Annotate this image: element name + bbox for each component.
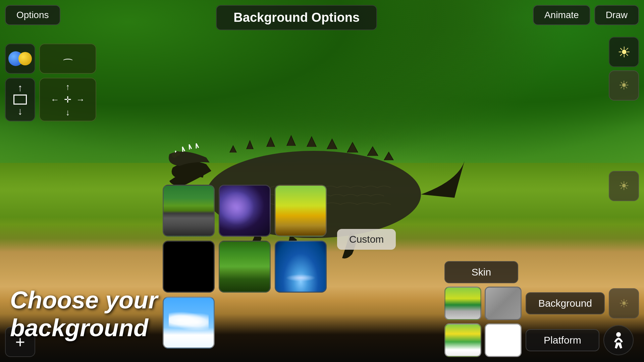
accessibility-button[interactable]	[603, 325, 634, 355]
brightness-btn-3[interactable]: ☀	[609, 171, 639, 201]
move-arrows: ↑ ← ✛ → ↓	[49, 81, 87, 118]
move-right-icon: →	[74, 94, 87, 106]
brightness-btn-1[interactable]: ☀	[609, 37, 639, 67]
scale-down-icon: ↓	[18, 106, 23, 117]
thumbnail-clouds[interactable]	[163, 297, 215, 349]
choose-text: Choose your background	[10, 286, 158, 342]
scale-rect	[13, 95, 27, 105]
choose-text-line1: Choose your	[10, 286, 158, 314]
rotate-arrow-icon: ⌢	[62, 53, 73, 64]
thumbnail-blue-stage[interactable]	[275, 241, 327, 293]
background-button[interactable]: Background	[526, 292, 605, 314]
options-button[interactable]: Options	[5, 5, 60, 25]
platform-button[interactable]: Platform	[526, 329, 599, 351]
thumbnail-space[interactable]	[219, 185, 271, 237]
small-thumb-gray[interactable]	[485, 287, 522, 320]
title-box: Background Options	[216, 5, 377, 30]
small-thumb-gradient2[interactable]	[444, 287, 481, 320]
scale-control[interactable]: ↑ ↓	[5, 78, 35, 121]
skin-row: Skin	[444, 261, 639, 283]
left-controls: ⌢ ↑ ↓ ↑ ← ✛ → ↓	[5, 44, 96, 121]
small-thumb-white[interactable]	[485, 323, 522, 357]
skin-button[interactable]: Skin	[444, 261, 518, 283]
top-right-buttons: Animate Draw	[533, 5, 639, 25]
move-left-icon: ←	[49, 94, 61, 106]
move-down-icon: ↓	[62, 106, 74, 118]
yellow-orb	[18, 52, 32, 65]
thumbnail-rocky[interactable]	[163, 185, 215, 237]
scale-up-icon: ↑	[18, 82, 23, 94]
platform-small-thumbs	[444, 323, 522, 357]
move-blank-br	[74, 106, 87, 118]
brightness-btn-2[interactable]: ☀	[609, 70, 639, 101]
rotate-control[interactable]: ⌢	[39, 44, 96, 74]
thumbnail-grid	[163, 185, 327, 349]
custom-button[interactable]: Custom	[337, 229, 396, 250]
color-orbs[interactable]	[5, 44, 35, 74]
platform-row: Platform	[444, 323, 639, 357]
svg-point-3	[616, 332, 621, 337]
move-row: ↑ ↓ ↑ ← ✛ → ↓	[5, 78, 96, 121]
move-center-icon: ✛	[62, 94, 74, 106]
category-section: Skin Background ☀ Platform	[444, 261, 639, 357]
person-icon	[609, 331, 628, 349]
sun-icon-1: ☀	[618, 44, 631, 61]
bg-brightness-btn[interactable]: ☀	[609, 288, 639, 318]
page-title: Background Options	[233, 10, 360, 24]
move-blank-tl	[49, 81, 61, 93]
ui-overlay: Options Background Options Animate Draw …	[0, 0, 644, 362]
bg-small-thumbs	[444, 287, 522, 320]
choose-text-line2: background	[10, 314, 158, 342]
thumbnail-gradient1[interactable]	[275, 185, 327, 237]
move-blank-tr	[74, 81, 87, 93]
background-row: Background ☀	[444, 287, 639, 320]
move-blank-bl	[49, 106, 61, 118]
sun-icon-3: ☀	[619, 179, 629, 193]
bg-sun-icon: ☀	[619, 297, 629, 310]
thumbnail-forest[interactable]	[219, 241, 271, 293]
right-panel: ☀ ☀ ☀	[609, 37, 639, 201]
move-control[interactable]: ↑ ← ✛ → ↓	[39, 78, 96, 121]
move-up-icon: ↑	[62, 81, 74, 93]
thumbnail-black[interactable]	[163, 241, 215, 293]
top-bar: Options Background Options Animate Draw	[5, 5, 639, 30]
orbs-row: ⌢	[5, 44, 96, 74]
animate-button[interactable]: Animate	[533, 5, 590, 25]
draw-button[interactable]: Draw	[594, 5, 639, 25]
small-thumb-gradient3[interactable]	[444, 323, 481, 357]
sun-icon-2: ☀	[619, 78, 629, 93]
